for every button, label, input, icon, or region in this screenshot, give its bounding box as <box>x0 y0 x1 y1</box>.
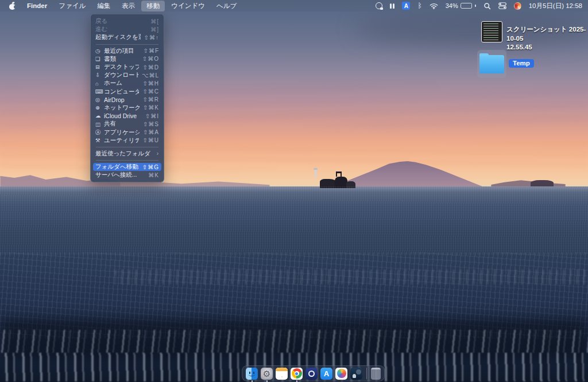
go-menu-dropdown: 戻る ⌘[ 進む ⌘] 起動ディスクを選択 ⇧⌘↑ ◷ 最近の項目 ⇧⌘F ❏ … <box>90 14 164 182</box>
input-source-icon[interactable]: A <box>402 2 410 10</box>
menu-item-connect-to-server[interactable]: サーバへ接続... ⌘K <box>91 171 164 179</box>
lighthouse <box>315 168 316 177</box>
dock-1password-icon[interactable] <box>305 368 318 380</box>
screenshot-file-label[interactable]: スクリーンショット 2025-10-05 12.55.45 <box>506 25 588 52</box>
battery-icon <box>461 3 472 9</box>
wifi-icon[interactable] <box>430 3 438 9</box>
menu-item-go-to-folder[interactable]: フォルダへ移動... ⇧⌘G <box>93 163 161 171</box>
bluetooth-icon[interactable]: ᛒ <box>417 2 421 9</box>
menu-item-network[interactable]: ⊕ ネットワーク ⇧⌘K <box>91 104 164 112</box>
dock-chrome-icon[interactable] <box>291 368 303 380</box>
dock-app-store-icon[interactable]: A <box>320 368 332 380</box>
airdrop-icon: ◎ <box>95 97 104 103</box>
menu-item-select-startup-disk[interactable]: 起動ディスクを選択 ⇧⌘↑ <box>91 33 164 41</box>
applications-icon: Ⓐ <box>95 130 104 135</box>
menu-view[interactable]: 表示 <box>117 1 140 11</box>
computer-icon: ⌨ <box>95 89 104 95</box>
dock-system-settings-icon[interactable]: ⚙ <box>261 368 273 380</box>
menu-separator <box>96 147 158 147</box>
desktop-screen: Finder ファイル 編集 表示 移動 ウインドウ ヘルプ A ᛒ 34% <box>0 0 588 382</box>
menu-bar: Finder ファイル 編集 表示 移動 ウインドウ ヘルプ A ᛒ 34% <box>0 0 588 11</box>
apple-menu-icon[interactable] <box>9 2 16 10</box>
menu-extra-app-icon[interactable] <box>514 2 521 10</box>
menu-item-recent-folders[interactable]: 最近使ったフォルダ › <box>91 150 164 158</box>
dock-separator <box>366 368 367 379</box>
menu-go[interactable]: 移動 <box>141 1 165 11</box>
downloads-icon: ⇩ <box>95 72 104 78</box>
wallpaper-cloud-band <box>0 143 588 169</box>
menu-item-icloud-drive[interactable]: ☁ iCloud Drive ⇧⌘I <box>91 112 164 120</box>
airpods-icon[interactable] <box>390 3 394 9</box>
menu-item-documents[interactable]: ❏ 書類 ⇧⌘O <box>91 55 164 63</box>
menu-bar-status: A ᛒ 34% <box>376 2 582 10</box>
menu-item-back: 戻る ⌘[ <box>91 17 164 25</box>
menu-item-airdrop[interactable]: ◎ AirDrop ⇧⌘R <box>91 96 164 104</box>
search-icon[interactable] <box>483 2 491 10</box>
menu-item-forward: 進む ⌘] <box>91 25 164 33</box>
clock-icon: ◷ <box>95 48 104 54</box>
wallpaper-cloud-band <box>0 86 588 126</box>
menu-item-shared[interactable]: ◫ 共有 ⇧⌘S <box>91 120 164 128</box>
dock-trash-icon[interactable] <box>371 368 381 380</box>
menu-edit[interactable]: 編集 <box>92 1 115 11</box>
document-icon: ❏ <box>95 56 104 62</box>
desktop-icon: ⊟ <box>95 64 104 70</box>
menu-bar-left: Finder ファイル 編集 表示 移動 ウインドウ ヘルプ <box>6 1 242 11</box>
dock-finder-icon[interactable] <box>246 368 258 380</box>
menu-item-computer[interactable]: ⌨ コンピュータ ⇧⌘C <box>91 88 164 96</box>
menu-window[interactable]: ウインドウ <box>166 1 210 11</box>
icloud-icon: ☁ <box>95 113 104 119</box>
menu-separator <box>96 160 158 161</box>
menu-file[interactable]: ファイル <box>53 1 91 11</box>
menu-separator <box>96 44 158 45</box>
menu-item-downloads[interactable]: ⇩ ダウンロード ⌥⌘L <box>91 71 164 79</box>
folder-icon <box>479 55 504 73</box>
menu-item-recents[interactable]: ◷ 最近の項目 ⇧⌘F <box>91 47 164 55</box>
home-icon: ⌂ <box>95 81 104 87</box>
battery-icon-nub <box>475 5 476 7</box>
utilities-icon: ⚒ <box>95 138 104 143</box>
torii-gate <box>336 171 342 177</box>
wave-foam <box>0 330 588 353</box>
temp-folder-label[interactable]: Temp <box>509 59 534 68</box>
wave-texture <box>0 186 588 255</box>
battery-percent-label: 34% <box>446 2 458 9</box>
menu-item-desktop[interactable]: ⊟ デスクトップ ⇧⌘D <box>91 63 164 71</box>
menu-item-utilities[interactable]: ⚒ ユーティリティ ⇧⌘U <box>91 137 164 145</box>
control-center-icon[interactable] <box>498 2 506 9</box>
temp-folder-icon[interactable] <box>477 50 506 78</box>
menu-item-home[interactable]: ⌂ ホーム ⇧⌘H <box>91 79 164 87</box>
dock-kindle-icon[interactable] <box>350 368 362 380</box>
rotation-lock-icon[interactable] <box>376 2 382 9</box>
shared-folder-icon: ◫ <box>95 122 104 127</box>
wave-foam <box>115 270 588 284</box>
network-icon: ⊕ <box>95 105 104 111</box>
menu-app-finder[interactable]: Finder <box>22 1 52 10</box>
menu-help[interactable]: ヘルプ <box>211 1 242 11</box>
menu-item-applications[interactable]: Ⓐ アプリケーション ⇧⌘A <box>91 128 164 136</box>
battery-indicator[interactable]: 34% <box>446 2 476 9</box>
submenu-chevron-icon: › <box>153 150 159 157</box>
screenshot-file-icon[interactable] <box>481 21 502 42</box>
dock-notes-icon[interactable] <box>276 368 288 380</box>
dock-photos-icon[interactable] <box>335 368 347 380</box>
date-time[interactable]: 10月5日(日) 12:58 <box>529 2 582 10</box>
dock: ⚙ A <box>242 365 385 381</box>
